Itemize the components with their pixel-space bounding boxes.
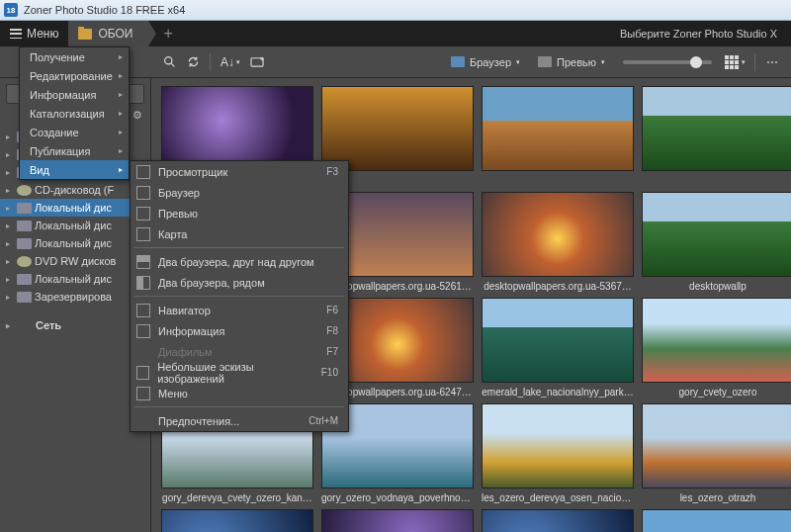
thumb-size-slider[interactable] xyxy=(623,60,712,64)
menu-item-вид[interactable]: Вид▸ xyxy=(20,160,129,179)
submenu-item[interactable]: Предпочтения...Ctrl+M xyxy=(131,410,348,431)
box-icon xyxy=(136,324,150,338)
thumbnail-item[interactable] xyxy=(482,509,634,532)
menu-separator xyxy=(134,296,344,297)
svg-line-1 xyxy=(171,63,174,66)
shortcut-label: F6 xyxy=(326,305,338,315)
menu-item-каталогизация[interactable]: Каталогизация▸ xyxy=(20,104,129,123)
thumbnail-item[interactable]: gory_cvety_ozero xyxy=(642,298,791,399)
box-icon xyxy=(136,304,150,317)
hamburger-icon xyxy=(10,29,22,39)
thumbnail-item[interactable] xyxy=(321,509,474,532)
network-item[interactable]: ▸ Сеть xyxy=(0,313,150,337)
menu-item-информация[interactable]: Информация▸ xyxy=(20,85,129,104)
browser-view-dropdown[interactable]: Браузер ▾ xyxy=(443,50,528,74)
thumbnail-item[interactable] xyxy=(482,86,634,188)
drive-icon xyxy=(17,203,32,214)
window-title: Zoner Photo Studio 18 FREE x64 xyxy=(24,4,185,16)
submenu-item[interactable]: ПросмотрщикF3 xyxy=(131,161,348,182)
submenu-item[interactable]: Небольшие эскизы изображенийF10 xyxy=(131,362,348,383)
thumbnail-item[interactable]: desktopwallpapers.org.ua-5367… xyxy=(482,192,634,294)
path-settings-icon[interactable]: ⚙ xyxy=(132,109,142,122)
thumbnail-image xyxy=(642,298,791,383)
shortcut-label: F3 xyxy=(326,166,338,177)
thumbnail-item[interactable] xyxy=(161,509,313,532)
thumbnail-item[interactable] xyxy=(642,86,791,188)
thumbnail-item[interactable]: les_ozero_derevya_osen_nacion… xyxy=(482,403,634,505)
chevron-right-icon: ▸ xyxy=(119,52,123,61)
thumbnail-item[interactable]: les_ozero_otrazh xyxy=(642,403,791,505)
submenu-item[interactable]: Превью xyxy=(131,203,348,223)
drive-item[interactable]: ▸CD-дисковод (F xyxy=(0,181,150,199)
submenu-item[interactable]: Два браузера, друг над другом xyxy=(131,251,348,272)
menu-item-редактирование[interactable]: Редактирование▸ xyxy=(20,66,129,85)
thumbnail-image xyxy=(642,86,791,171)
image-icon xyxy=(538,56,552,67)
chevron-right-icon: ▸ xyxy=(119,146,123,155)
main-menu-popup: Получение▸Редактирование▸Информация▸Ката… xyxy=(19,46,130,180)
box-icon xyxy=(136,186,150,200)
thumbnail-item[interactable] xyxy=(642,509,791,532)
drive-item[interactable]: ▸Локальный дис xyxy=(0,270,150,288)
box-icon xyxy=(136,387,150,400)
submenu-item[interactable]: ИнформацияF8 xyxy=(131,320,348,341)
drive-item[interactable]: ▸DVD RW дисков xyxy=(0,252,150,270)
shortcut-label: F8 xyxy=(326,325,338,336)
menu-item-создание[interactable]: Создание▸ xyxy=(20,123,129,141)
grid-icon xyxy=(725,55,739,69)
submenu-item[interactable]: НавигаторF6 xyxy=(131,300,348,320)
thumbnail-item[interactable]: desktopwallp xyxy=(642,192,791,294)
thumbnail-label: les_ozero_otrazh xyxy=(680,492,756,505)
chevron-right-icon: ▸ xyxy=(119,90,123,99)
thumbnail-image xyxy=(642,509,791,532)
menu-label: Меню xyxy=(27,27,58,41)
disc-icon xyxy=(17,185,32,196)
slider-knob[interactable] xyxy=(690,56,702,68)
drive-icon xyxy=(17,238,32,249)
network-icon xyxy=(16,319,30,331)
submenu-item[interactable]: Браузер xyxy=(131,182,348,203)
svg-point-0 xyxy=(164,57,171,64)
thumbnail-label: gory_derevya_cvety_ozero_kan… xyxy=(162,492,312,505)
refresh-button[interactable] xyxy=(182,51,204,73)
box-icon xyxy=(136,165,150,179)
thumbnail-image xyxy=(321,509,474,532)
tab-bar: Меню ОБОИ + Выберите Zoner Photo Studio … xyxy=(0,21,791,46)
drive-item[interactable]: ▸Локальный дис xyxy=(0,199,150,217)
add-folder-button[interactable] xyxy=(246,51,268,73)
shortcut-label: F7 xyxy=(326,346,338,357)
sort-button[interactable]: A↓▾ xyxy=(217,51,244,73)
submenu-item[interactable]: Меню xyxy=(131,383,348,403)
split-vertical-icon xyxy=(136,276,150,290)
submenu-item: ДиафильмF7 xyxy=(131,341,348,362)
image-icon xyxy=(451,56,465,67)
menu-separator xyxy=(134,247,344,248)
preview-view-dropdown[interactable]: Превью ▾ xyxy=(530,50,613,74)
thumbnail-label: gory_ozero_vodnaya_poverhnos… xyxy=(321,492,474,505)
shortcut-label: F10 xyxy=(321,367,338,378)
tab-label: ОБОИ xyxy=(98,27,132,41)
grid-view-button[interactable]: ▾ xyxy=(722,51,748,73)
shortcut-label: Ctrl+M xyxy=(308,415,338,426)
drive-icon xyxy=(17,221,32,231)
drive-item[interactable]: ▸Локальный дис xyxy=(0,217,150,234)
menu-item-публикация[interactable]: Публикация▸ xyxy=(20,141,129,160)
drive-item[interactable]: ▸Локальный дис xyxy=(0,234,150,252)
more-button[interactable]: ⋯ xyxy=(761,51,783,73)
thumbnail-label: emerald_lake_nacionalnyy_park… xyxy=(482,387,633,399)
thumbnail-image xyxy=(482,86,634,171)
promo-label[interactable]: Выберите Zoner Photo Studio X xyxy=(620,21,791,46)
drive-item[interactable]: ▸Зарезервирова xyxy=(0,288,150,306)
menu-separator xyxy=(134,406,344,407)
thumbnail-item[interactable]: emerald_lake_nacionalnyy_park… xyxy=(482,298,634,399)
submenu-item[interactable]: Два браузера, рядом xyxy=(131,272,348,293)
thumbnail-label: les_ozero_derevya_osen_nacion… xyxy=(482,492,634,505)
tab-oboi[interactable]: ОБОИ xyxy=(68,21,149,46)
thumbnail-image xyxy=(321,86,474,171)
submenu-item[interactable]: Карта xyxy=(131,223,348,244)
main-menu-button[interactable]: Меню xyxy=(0,21,68,46)
folder-icon xyxy=(78,29,92,40)
search-button[interactable] xyxy=(158,51,180,73)
menu-item-получение[interactable]: Получение▸ xyxy=(20,47,129,66)
drive-icon xyxy=(17,274,32,285)
